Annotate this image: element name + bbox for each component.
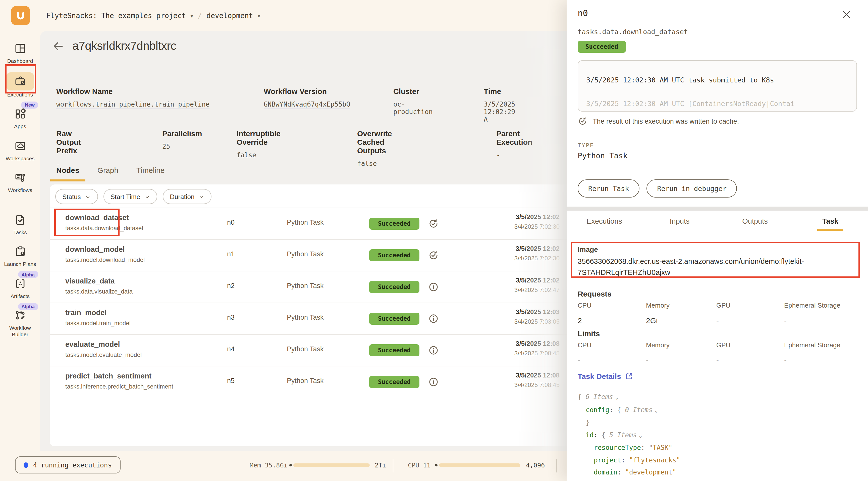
task-details-label: Task Details [578,372,621,381]
detail-value: 3/5/2025 12:02:29 A [484,100,515,123]
rerun-in-debugger-button[interactable]: Rerun in debugger [647,179,737,198]
tab-timeline[interactable]: Timeline [136,166,164,181]
tasks-icon-wrap [6,212,34,228]
node-task-path: tasks.model.train_model [65,320,131,327]
detail-label: Parent Execution [496,129,532,146]
union-logo[interactable] [11,6,30,25]
status-badge: Succeeded [369,218,420,230]
statusbar-divider [393,459,393,473]
node-id: n5 [227,377,235,385]
sidebar-item-label: Workspaces [0,155,40,161]
node-start-time: 3/5/2025 12:02 [515,245,560,252]
node-task-path: tasks.data.download_dataset [65,225,144,232]
task-spec-json: { 6 Items⌄config: { 0 Items⌄}id: { 5 Ite… [578,391,732,481]
workflow-builder-icon-wrap: Alpha [6,307,34,324]
close-icon[interactable] [841,9,852,20]
tab-nodes[interactable]: Nodes [56,166,80,181]
json-collapse-icon[interactable]: ⌄ [637,432,642,439]
sidebar-item-workflows[interactable]: Workflows [0,170,40,193]
json-value: "TASK" [649,444,672,451]
sidebar-item-tasks[interactable]: Tasks [0,212,40,236]
sidebar-item-apps[interactable]: NewApps [0,106,40,130]
chevron-down-icon[interactable]: ▼ [190,13,193,19]
node-task-path: tasks.data.visualize_data [65,288,133,295]
status-badge: Succeeded [369,249,420,261]
tab-graph[interactable]: Graph [97,166,118,181]
resource-value: - [646,356,716,364]
chevron-down-icon [199,194,205,200]
panel-tab-executions[interactable]: Executions [567,213,642,231]
sidebar-item-label: Workflow Builder [0,325,40,338]
sidebar-item-artifacts[interactable]: AlphaArtifacts [0,275,40,299]
node-name: train_model [65,309,106,317]
json-brace: { [601,431,609,439]
filter-start-time[interactable]: Start Time [103,189,157,204]
detail-value[interactable]: GNBwYNdKvaq67q4xEp55bQ [264,100,350,108]
info-icon[interactable] [428,281,439,293]
node-times: 3/5/2025 12:023/4/2025 7:02:30 [515,245,560,262]
panel-tab-inputs[interactable]: Inputs [642,213,717,231]
json-collapse-icon[interactable]: ⌄ [613,394,618,400]
running-executions-button[interactable]: 4 running executions [15,456,120,474]
chevron-down-icon[interactable]: ▼ [257,13,260,19]
detail-value: oc-production [393,100,433,116]
sidebar-item-workflow-builder[interactable]: AlphaWorkflow Builder [0,307,40,338]
status-badge: Succeeded [369,344,420,356]
node-start-time-local: 3/4/2025 7:08:45 [515,382,560,389]
node-times: 3/5/2025 12:083/4/2025 7:08:45 [515,371,560,389]
panel-tabs: ExecutionsInputsOutputsTask [567,213,868,231]
executions-icon [14,75,26,87]
chevron-down-icon [85,194,91,200]
json-item-count: 5 Items [609,431,637,439]
node-task-path: tasks.model.download_model [65,256,145,263]
detail-value: 25 [162,143,202,150]
node-start-time-local: 3/4/2025 7:03:05 [515,318,560,325]
resource-memory: Memory- [646,341,716,364]
union-logo-glyph [14,9,27,22]
task-details-link[interactable]: Task Details [578,372,634,381]
node-type: Python Task [287,345,324,353]
panel-tab-task[interactable]: Task [793,213,868,231]
cache-icon[interactable] [428,250,439,261]
panel-task-name: tasks.data.download_dataset [578,28,688,36]
json-collapse-icon[interactable]: ⌄ [652,407,658,413]
json-line: domain: "development" [578,467,732,479]
panel-tab-outputs[interactable]: Outputs [717,213,793,231]
info-icon[interactable] [428,377,439,388]
node-start-time-local: 3/4/2025 7:02:30 [515,255,560,262]
sidebar: DashboardExecutionsNewAppsWorkspacesWork… [0,31,40,451]
json-line: id: { 5 Items⌄ [578,429,732,442]
node-type: Python Task [287,250,324,258]
rerun-task-button[interactable]: Rerun Task [578,179,640,198]
breadcrumb-domain[interactable]: development [207,11,253,20]
log-line: 3/5/2025 12:02:30 AM UTC [ContainersNotR… [586,92,848,112]
json-colon: : [609,406,617,413]
filter-status[interactable]: Status [55,189,98,204]
sidebar-item-launch-plans[interactable]: Launch Plans [0,243,40,267]
back-arrow-icon[interactable] [52,40,64,52]
cpu-bar-dot [435,464,437,467]
event-log-box[interactable]: 3/5/2025 12:02:30 AM UTC task submitted … [578,60,857,112]
workflow-builder-icon [14,309,26,322]
resource-ephemeral-storage: Ephemeral Storage- [784,302,857,325]
sidebar-item-label: Workflows [0,187,40,193]
info-icon[interactable] [428,313,439,324]
filter-label: Start Time [111,193,141,200]
breadcrumb-project[interactable]: FlyteSnacks: The examples project [46,11,186,20]
cache-icon[interactable] [428,218,439,229]
detail-value[interactable]: workflows.train_pipeline.train_pipeline [56,100,210,108]
info-icon[interactable] [428,345,439,356]
mem-bar-dot [289,464,292,467]
sidebar-item-workspaces[interactable]: Workspaces [0,138,40,161]
json-key: id [586,431,593,439]
filter-duration[interactable]: Duration [163,189,212,204]
sidebar-item-dashboard[interactable]: Dashboard [0,40,40,64]
json-item-count: 6 Items [585,393,613,400]
panel-actions: Rerun TaskRerun in debugger [578,179,737,198]
filter-label: Duration [170,193,194,200]
sidebar-item-executions[interactable]: Executions [0,72,40,98]
sidebar-badge: New [21,101,38,108]
resource-label: Ephemeral Storage [784,341,857,349]
external-link-icon [625,372,634,381]
resource-memory: Memory2Gi [646,302,716,325]
